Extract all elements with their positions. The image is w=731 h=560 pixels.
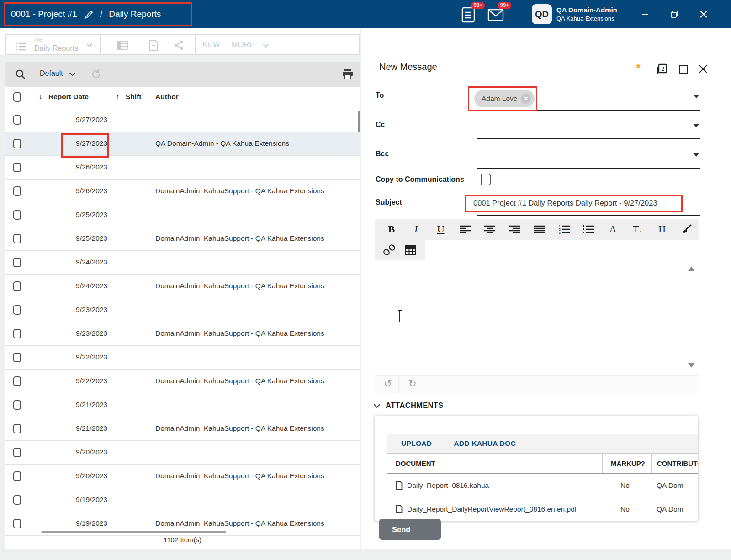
table-row[interactable]: 9/21/2023 [5, 393, 360, 417]
text-size-icon[interactable]: T↕ [625, 219, 650, 240]
row-checkbox[interactable] [13, 139, 21, 148]
to-dropdown-icon[interactable] [694, 95, 699, 98]
row-checkbox[interactable] [13, 448, 21, 457]
bcc-dropdown-icon[interactable] [694, 153, 699, 157]
new-button[interactable]: NEW [202, 41, 220, 49]
table-row[interactable]: 9/20/2023 [5, 441, 360, 465]
editor-scroll-up-icon[interactable] [688, 266, 694, 271]
undo-icon[interactable]: ↺ [384, 378, 392, 389]
section-breadcrumb[interactable]: Daily Reports [109, 9, 161, 19]
maximize-panel-icon[interactable] [679, 65, 688, 74]
more-button[interactable]: MORE [232, 41, 254, 49]
select-all-checkbox[interactable] [13, 92, 21, 102]
restore-button[interactable] [665, 0, 683, 28]
view-selector[interactable]: List Daily Reports [5, 34, 101, 55]
recipient-chip[interactable]: Adam Love ✕ [474, 90, 535, 107]
italic-icon[interactable]: I [404, 219, 429, 240]
close-window-button[interactable] [694, 0, 713, 28]
table-row[interactable]: 9/27/2023 QA Domain-Admin - QA Kahua Ext… [5, 132, 360, 156]
row-checkbox[interactable] [13, 163, 21, 172]
font-color-icon[interactable]: A [601, 219, 625, 240]
row-checkbox[interactable] [13, 471, 21, 481]
subject-underline[interactable] [477, 215, 700, 216]
row-checkbox[interactable] [13, 210, 21, 220]
insert-link-icon[interactable] [383, 244, 395, 256]
table-row[interactable]: 9/21/2023 DomainAdmin KahuaSupport - QA … [5, 417, 360, 441]
row-checkbox[interactable] [13, 400, 21, 410]
remove-recipient-icon[interactable]: ✕ [521, 94, 531, 104]
column-header-author[interactable]: Author [155, 93, 179, 101]
row-checkbox[interactable] [13, 329, 21, 338]
attachment-row[interactable]: Daily_Report_DailyReportViewReport_0816.… [387, 497, 698, 521]
bullet-list-icon[interactable] [576, 219, 601, 240]
upload-button[interactable]: UPLOAD [401, 439, 432, 448]
table-row[interactable]: 9/24/2023 [5, 251, 360, 275]
vertical-scrollbar-thumb[interactable] [358, 111, 360, 132]
table-row[interactable]: 9/25/2023 [5, 203, 360, 227]
send-button[interactable]: Send [379, 519, 441, 540]
row-checkbox[interactable] [13, 519, 21, 528]
copy-to-communications-checkbox[interactable] [481, 174, 491, 185]
messages-button[interactable]: 99+ [487, 6, 505, 24]
detach-window-icon[interactable]: 2 [655, 63, 668, 76]
table-row[interactable]: 9/22/2023 DomainAdmin KahuaSupport - QA … [5, 370, 360, 393]
table-row[interactable]: 9/19/2023 [5, 488, 360, 512]
add-kahua-doc-button[interactable]: ADD KAHUA DOC [454, 439, 516, 448]
table-row[interactable]: 9/23/2023 DomainAdmin KahuaSupport - QA … [5, 322, 360, 346]
horizontal-scrollbar[interactable] [41, 531, 226, 533]
row-checkbox[interactable] [13, 424, 21, 433]
redo-icon[interactable]: ↻ [408, 378, 417, 389]
row-checkbox[interactable] [13, 376, 21, 386]
bold-icon[interactable]: B [379, 219, 404, 240]
row-checkbox[interactable] [13, 305, 21, 315]
table-row[interactable]: 9/27/2023 [5, 108, 360, 132]
underline-icon[interactable]: U [429, 219, 453, 240]
table-row[interactable]: 9/20/2023 DomainAdmin KahuaSupport - QA … [5, 465, 360, 488]
share-icon[interactable] [174, 40, 184, 50]
table-row[interactable]: 9/25/2023 DomainAdmin KahuaSupport - QA … [5, 227, 360, 251]
table-row[interactable]: 9/23/2023 [5, 298, 360, 322]
row-checkbox[interactable] [13, 281, 21, 291]
row-checkbox[interactable] [13, 115, 21, 125]
row-checkbox[interactable] [13, 258, 21, 267]
table-row[interactable]: 9/22/2023 [5, 346, 360, 370]
avatar[interactable]: QD [532, 4, 552, 24]
minimize-button[interactable] [636, 0, 654, 28]
search-icon[interactable] [15, 69, 26, 80]
heading-icon[interactable]: H [650, 219, 674, 240]
tasks-button[interactable]: 99+ [461, 6, 479, 24]
row-checkbox[interactable] [13, 234, 21, 243]
table-row[interactable]: 9/26/2023 [5, 156, 360, 180]
bcc-underline[interactable] [477, 168, 700, 169]
print-icon[interactable] [342, 68, 354, 80]
justify-icon[interactable] [527, 219, 551, 240]
editor-scroll-down-icon[interactable] [688, 363, 694, 368]
attachment-row[interactable]: Daily_Report_0816.kahua No QA Dom [387, 474, 698, 497]
table-row[interactable]: 9/24/2023 DomainAdmin KahuaSupport - QA … [5, 275, 360, 298]
grid-view-icon[interactable] [117, 41, 128, 50]
to-underline[interactable] [477, 110, 700, 111]
edit-pencil-icon[interactable] [84, 9, 94, 19]
row-checkbox[interactable] [13, 186, 21, 196]
row-checkbox[interactable] [13, 495, 21, 505]
project-breadcrumb[interactable]: 0001 - Project #1 [11, 9, 77, 19]
cc-dropdown-icon[interactable] [694, 124, 699, 127]
column-header-shift[interactable]: Shift [126, 93, 141, 101]
close-panel-icon[interactable] [698, 64, 708, 74]
attachments-section-header[interactable]: ATTACHMENTS [375, 401, 443, 410]
cc-underline[interactable] [477, 138, 700, 139]
table-row[interactable]: 9/26/2023 DomainAdmin KahuaSupport - QA … [5, 180, 360, 203]
numbered-list-icon[interactable]: 123 [551, 219, 576, 240]
align-left-icon[interactable] [453, 219, 478, 240]
align-center-icon[interactable] [477, 219, 502, 240]
column-header-report-date[interactable]: Report Date [48, 93, 89, 101]
refresh-icon[interactable] [90, 69, 102, 80]
message-body-input[interactable] [375, 260, 699, 375]
align-right-icon[interactable] [502, 219, 527, 240]
row-checkbox[interactable] [13, 353, 21, 362]
document-view-icon[interactable] [149, 40, 158, 51]
subject-value[interactable]: 0001 Project #1 Daily Reports Daily Repo… [473, 199, 657, 207]
view-filter-dropdown[interactable]: Default [40, 69, 63, 78]
insert-table-icon[interactable] [405, 245, 416, 255]
format-brush-icon[interactable] [674, 219, 699, 240]
